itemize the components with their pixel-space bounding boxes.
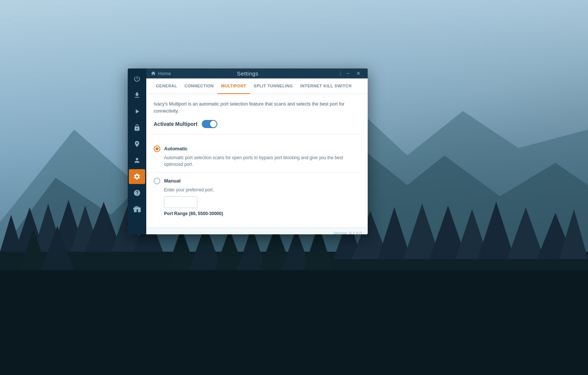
home-icon (151, 71, 156, 76)
activate-label: Activate Multiport (154, 121, 197, 127)
window-controls: | − ✕ (338, 68, 363, 78)
window-title: Settings (237, 70, 258, 77)
sidebar-help-button[interactable] (129, 185, 145, 200)
divider: | (340, 70, 341, 76)
sidebar-user-button[interactable] (129, 153, 145, 168)
sidebar-settings-button[interactable] (129, 169, 145, 184)
home-nav[interactable]: Home (151, 71, 171, 76)
manual-label: Manual (164, 178, 181, 184)
tab-connection[interactable]: CONNECTION (181, 78, 217, 94)
minimize-button[interactable]: − (343, 68, 353, 78)
tabs-bar: GENERAL CONNECTION MULTIPORT SPLIT TUNNE… (146, 78, 368, 94)
radio-section: Automatic Automatic port selection scans… (154, 140, 360, 221)
manual-option: Manual Enter your preferred port. Port R… (154, 173, 360, 221)
close-button[interactable]: ✕ (354, 68, 363, 78)
description-text: Ivacy's Multiport is an automatic port s… (154, 101, 360, 115)
automatic-radio[interactable] (154, 145, 160, 152)
port-input[interactable] (164, 196, 197, 208)
sidebar (128, 68, 146, 234)
sidebar-gift-button[interactable] (129, 202, 145, 217)
sidebar-lock-button[interactable] (129, 120, 145, 135)
automatic-description: Automatic port selection scans for open … (154, 154, 360, 168)
multiport-toggle[interactable] (202, 120, 217, 128)
sidebar-location-button[interactable] (129, 137, 145, 151)
activate-row: Activate Multiport (154, 120, 360, 134)
toggle-thumb (210, 121, 217, 127)
footer: Version: 6.1.0.0 (146, 227, 368, 235)
version-text: Version: 6.1.0.0 (334, 231, 362, 234)
automatic-label-row[interactable]: Automatic (154, 145, 360, 152)
sidebar-download-button[interactable] (129, 88, 145, 103)
tab-general[interactable]: GENERAL (152, 78, 181, 94)
port-input-section: Port Range (80, 5500-30000) (154, 196, 360, 216)
automatic-option: Automatic Automatic port selection scans… (154, 140, 360, 173)
tab-multiport[interactable]: MULTIPORT (217, 78, 250, 94)
manual-description: Enter your preferred port. (154, 187, 360, 193)
tab-content: Ivacy's Multiport is an automatic port s… (146, 94, 368, 227)
sidebar-power-button[interactable] (129, 71, 145, 86)
main-content: Home Settings | − ✕ GENERAL CONNECTION M… (146, 68, 368, 234)
settings-panel: GENERAL CONNECTION MULTIPORT SPLIT TUNNE… (146, 78, 368, 234)
manual-radio[interactable] (154, 178, 160, 184)
automatic-label: Automatic (164, 146, 188, 151)
home-label: Home (158, 71, 171, 76)
title-bar: Home Settings | − ✕ (146, 68, 368, 78)
port-range-text: Port Range (80, 5500-30000) (164, 211, 360, 216)
sidebar-play-button[interactable] (129, 104, 145, 119)
manual-label-row[interactable]: Manual (154, 178, 360, 184)
tab-split-tunneling[interactable]: SPLIT TUNNELING (250, 78, 297, 94)
tab-internet-kill-switch[interactable]: INTERNET KILL SWITCH (297, 78, 355, 94)
app-window: Home Settings | − ✕ GENERAL CONNECTION M… (128, 68, 368, 234)
